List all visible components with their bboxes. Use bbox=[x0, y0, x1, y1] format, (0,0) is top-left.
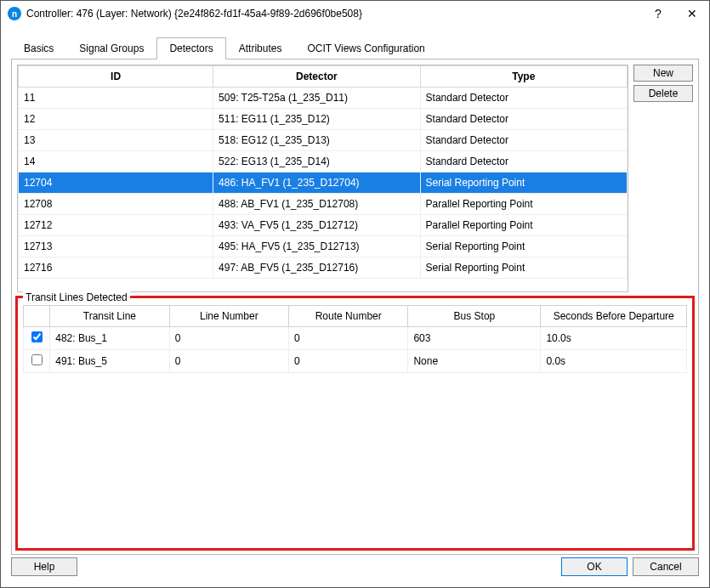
cell-detector: 511: EG11 (1_235_D12) bbox=[213, 109, 420, 130]
cell-id: 11 bbox=[19, 88, 213, 109]
app-icon: n bbox=[8, 7, 21, 20]
table-row[interactable]: 12713495: HA_FV5 (1_235_D12713)Serial Re… bbox=[19, 236, 628, 257]
cell-type: Standard Detector bbox=[420, 109, 627, 130]
tab-bar: Basics Signal Groups Detectors Attribute… bbox=[11, 37, 699, 59]
table-row[interactable]: 11509: T25-T25a (1_235_D11)Standard Dete… bbox=[19, 88, 628, 109]
dialog-window: n Controller: 476 (Layer: Network) {2e24… bbox=[0, 0, 710, 588]
table-row[interactable]: 12704486: HA_FV1 (1_235_D12704)Serial Re… bbox=[19, 172, 628, 194]
cell-route-number: 0 bbox=[289, 327, 408, 350]
tab-attributes[interactable]: Attributes bbox=[226, 37, 295, 59]
titlebar: n Controller: 476 (Layer: Network) {2e24… bbox=[1, 1, 709, 26]
cell-transit-line: 491: Bus_5 bbox=[50, 350, 169, 373]
cell-type: Standard Detector bbox=[420, 130, 627, 151]
table-row[interactable]: 12712493: VA_FV5 (1_235_D12712)Parallel … bbox=[19, 215, 628, 236]
cell-type: Serial Reporting Point bbox=[420, 172, 627, 194]
col-line-number[interactable]: Line Number bbox=[169, 306, 288, 327]
cell-detector: 486: HA_FV1 (1_235_D12704) bbox=[213, 172, 420, 194]
cell-type: Parallel Reporting Point bbox=[420, 194, 627, 215]
cell-id: 12712 bbox=[19, 215, 213, 236]
cell-seconds: 0.0s bbox=[541, 350, 687, 373]
tab-ocit[interactable]: OCIT Views Configuration bbox=[294, 37, 437, 59]
cell-type: Standard Detector bbox=[420, 88, 627, 109]
window-title: Controller: 476 (Layer: Network) {2e24f8… bbox=[26, 8, 641, 20]
transit-lines-table: Transit Line Line Number Route Number Bu… bbox=[23, 305, 687, 373]
ok-button[interactable]: OK bbox=[561, 557, 628, 576]
col-detector[interactable]: Detector bbox=[213, 66, 420, 88]
cell-id: 14 bbox=[19, 151, 213, 172]
cell-type: Serial Reporting Point bbox=[420, 236, 627, 257]
cell-detector: 493: VA_FV5 (1_235_D12712) bbox=[213, 215, 420, 236]
detectors-grid: ID Detector Type 11509: T25-T25a (1_235_… bbox=[17, 65, 628, 292]
cell-transit-line: 482: Bus_1 bbox=[50, 327, 169, 350]
col-type[interactable]: Type bbox=[420, 66, 627, 88]
cell-bus-stop: None bbox=[408, 350, 541, 373]
help-button[interactable]: Help bbox=[11, 557, 77, 576]
col-check bbox=[24, 306, 50, 327]
table-row[interactable]: 12511: EG11 (1_235_D12)Standard Detector bbox=[19, 109, 628, 130]
cell-bus-stop: 603 bbox=[408, 327, 541, 350]
table-row[interactable]: 13518: EG12 (1_235_D13)Standard Detector bbox=[19, 130, 628, 151]
cell-detector: 522: EG13 (1_235_D14) bbox=[213, 151, 420, 172]
table-row[interactable]: 12716497: AB_FV5 (1_235_D12716)Serial Re… bbox=[19, 257, 628, 279]
col-transit-line[interactable]: Transit Line bbox=[50, 306, 169, 327]
detectors-grid-scroll[interactable]: ID Detector Type 11509: T25-T25a (1_235_… bbox=[18, 65, 628, 291]
help-icon[interactable]: ? bbox=[641, 1, 675, 26]
col-id[interactable]: ID bbox=[19, 66, 213, 88]
cell-type: Serial Reporting Point bbox=[420, 257, 627, 279]
cell-line-number: 0 bbox=[169, 350, 288, 373]
cell-id: 12 bbox=[19, 109, 213, 130]
tab-detectors[interactable]: Detectors bbox=[156, 37, 225, 59]
cell-id: 12704 bbox=[19, 172, 213, 194]
cell-detector: 518: EG12 (1_235_D13) bbox=[213, 130, 420, 151]
table-row[interactable]: 12708488: AB_FV1 (1_235_D12708)Parallel … bbox=[19, 194, 628, 215]
cell-id: 12708 bbox=[19, 194, 213, 215]
transit-line-checkbox[interactable] bbox=[31, 331, 43, 342]
transit-lines-group: Transit Lines Detected Transit Line Line… bbox=[17, 297, 693, 549]
dialog-footer: Help OK Cancel bbox=[1, 555, 709, 587]
side-buttons: New Delete bbox=[633, 65, 693, 292]
cell-id: 12716 bbox=[19, 257, 213, 279]
table-row[interactable]: 14522: EG13 (1_235_D14)Standard Detector bbox=[19, 151, 628, 172]
dialog-body: Basics Signal Groups Detectors Attribute… bbox=[1, 26, 709, 555]
new-button[interactable]: New bbox=[633, 65, 693, 82]
tab-basics[interactable]: Basics bbox=[11, 37, 66, 59]
table-row[interactable]: 491: Bus_500None0.0s bbox=[24, 350, 687, 373]
cell-detector: 488: AB_FV1 (1_235_D12708) bbox=[213, 194, 420, 215]
tab-content: ID Detector Type 11509: T25-T25a (1_235_… bbox=[11, 59, 699, 555]
tab-signal-groups[interactable]: Signal Groups bbox=[66, 37, 156, 59]
group-title: Transit Lines Detected bbox=[23, 291, 130, 303]
col-bus-stop[interactable]: Bus Stop bbox=[408, 306, 541, 327]
cell-type: Standard Detector bbox=[420, 151, 627, 172]
close-icon[interactable]: ✕ bbox=[675, 1, 709, 26]
cell-type: Parallel Reporting Point bbox=[420, 215, 627, 236]
cell-route-number: 0 bbox=[289, 350, 408, 373]
transit-line-checkbox[interactable] bbox=[31, 354, 43, 365]
detectors-table: ID Detector Type 11509: T25-T25a (1_235_… bbox=[18, 65, 628, 279]
upper-panel: ID Detector Type 11509: T25-T25a (1_235_… bbox=[17, 65, 693, 292]
cell-line-number: 0 bbox=[169, 327, 288, 350]
delete-button[interactable]: Delete bbox=[633, 85, 693, 102]
cell-detector: 497: AB_FV5 (1_235_D12716) bbox=[213, 257, 420, 279]
cell-id: 12713 bbox=[19, 236, 213, 257]
col-seconds[interactable]: Seconds Before Departure bbox=[541, 306, 687, 327]
col-route-number[interactable]: Route Number bbox=[289, 306, 408, 327]
cancel-button[interactable]: Cancel bbox=[633, 557, 699, 576]
table-row[interactable]: 482: Bus_10060310.0s bbox=[24, 327, 687, 350]
cell-detector: 509: T25-T25a (1_235_D11) bbox=[213, 88, 420, 109]
cell-seconds: 10.0s bbox=[541, 327, 687, 350]
cell-detector: 495: HA_FV5 (1_235_D12713) bbox=[213, 236, 420, 257]
cell-id: 13 bbox=[19, 130, 213, 151]
